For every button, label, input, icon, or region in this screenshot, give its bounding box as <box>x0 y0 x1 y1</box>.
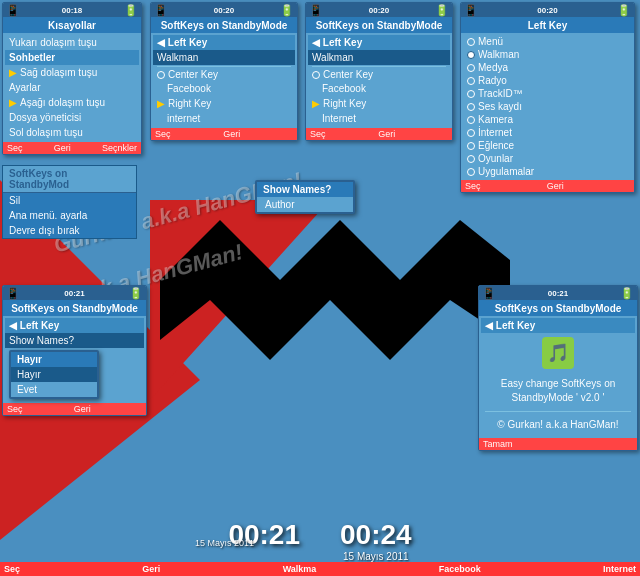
radio-eglence[interactable]: Eğlence <box>463 139 632 152</box>
footer-geri-5[interactable]: Geri <box>74 404 91 414</box>
panel2-header: SoftKeys on StandbyMode <box>151 17 297 33</box>
radio-centerkey-3[interactable]: Center Key <box>308 68 450 81</box>
copyright-text: © Gurkan! a.k.a HanGMan! <box>481 414 635 436</box>
zigzag-svg <box>160 220 510 420</box>
status-bar-3: 📱 00:20 🔋 <box>306 3 452 17</box>
panel1-title: Kısayollar <box>7 20 137 31</box>
list-item-fb-2[interactable]: Facebook <box>153 81 295 96</box>
panel-softkeys-2: 📱 00:20 🔋 SoftKeys on StandbyMode ◀ Left… <box>150 2 298 141</box>
bottom-walkma[interactable]: Walkma <box>283 564 317 574</box>
radio-walkman[interactable]: Walkman <box>463 48 632 61</box>
time-4: 00:20 <box>537 6 557 15</box>
radio-c-menu <box>467 38 475 46</box>
context-item-sil[interactable]: Sil <box>3 193 136 208</box>
time-1: 00:18 <box>62 6 82 15</box>
battery-3: 🔋 <box>435 4 449 17</box>
context-item-devre[interactable]: Devre dışı bırak <box>3 223 136 238</box>
show-names-label-5: Show Names? <box>5 333 144 348</box>
panel-softkeys-3: 📱 00:20 🔋 SoftKeys on StandbyMode ◀ Left… <box>305 2 453 141</box>
radio-c-walkman <box>467 51 475 59</box>
hayir-evet-dialog: Hayır Hayır Evet <box>9 350 99 399</box>
context-menu[interactable]: SoftKeys on StandbyMod Sil Ana menü. aya… <box>2 165 137 239</box>
radio-kamera[interactable]: Kamera <box>463 113 632 126</box>
radio-uygulamalar[interactable]: Uygulamalar <box>463 165 632 178</box>
radio-medya[interactable]: Medya <box>463 61 632 74</box>
bottom-internet[interactable]: Internet <box>603 564 636 574</box>
status-bar-2: 📱 00:20 🔋 <box>151 3 297 17</box>
panel5-footer: Seç Geri <box>3 403 146 415</box>
status-bar-1: 📱 00:18 🔋 <box>3 3 141 17</box>
radio-trackid[interactable]: TrackID™ <box>463 87 632 100</box>
list-item[interactable]: Ayarlar <box>5 80 139 95</box>
list-item[interactable]: Yukarı dolaşım tuşu <box>5 35 139 50</box>
list-item[interactable]: ▶Aşağı dolaşım tuşu <box>5 95 139 110</box>
footer-tamam[interactable]: Tamam <box>483 439 513 449</box>
section-leftkey-3: ◀ Left Key <box>308 35 450 50</box>
list-item[interactable]: Dosya yöneticisi <box>5 110 139 125</box>
battery-1: 🔋 <box>124 4 138 17</box>
panel1-header: Kısayollar <box>3 17 141 33</box>
panel-about: 📱 00:21 🔋 SoftKeys on StandbyMode ◀ Left… <box>478 285 638 451</box>
phone-icon-4: 📱 <box>464 4 478 17</box>
panel1-body: Yukarı dolaşım tuşu Sohbetler ▶Sağ dolaş… <box>3 33 141 142</box>
phone-icon-5: 📱 <box>6 287 20 300</box>
bottom-bar: Seç Geri Walkma Facebook Internet <box>0 562 640 576</box>
footer-sec-3[interactable]: Seç <box>310 129 326 139</box>
footer-sec-5[interactable]: Seç <box>7 404 23 414</box>
evet-item[interactable]: Evet <box>11 382 97 397</box>
radio-c-oyunlar <box>467 155 475 163</box>
panel3-title: SoftKeys on StandbyMode <box>310 20 448 31</box>
radio-oyunlar[interactable]: Oyunlar <box>463 152 632 165</box>
list-item-internet-2[interactable]: internet <box>153 111 295 126</box>
battery-4: 🔋 <box>617 4 631 17</box>
footer-geri-4[interactable]: Geri <box>547 181 564 191</box>
footer-secnkler[interactable]: Seçnkler <box>102 143 137 153</box>
app-icon: 🎵 <box>542 337 574 369</box>
radio-ses[interactable]: Ses kaydı <box>463 100 632 113</box>
radio-radyo[interactable]: Radyo <box>463 74 632 87</box>
footer-geri[interactable]: Geri <box>54 143 71 153</box>
radio-centerkey-2[interactable]: Center Key <box>153 68 295 81</box>
context-menu-title: SoftKeys on StandbyMod <box>3 166 136 193</box>
list-item-rightkey-3[interactable]: ▶Right Key <box>308 96 450 111</box>
phone-icon-3: 📱 <box>309 4 323 17</box>
panel3-footer: Seç Geri <box>306 128 452 140</box>
list-item-internet-3[interactable]: Internet <box>308 111 450 126</box>
panel5-body: ◀ Left Key Show Names? Hayır Hayır Evet <box>3 316 146 403</box>
time-3: 00:20 <box>369 6 389 15</box>
hayir-item[interactable]: Hayır <box>11 367 97 382</box>
radio-circle <box>157 71 165 79</box>
show-names-value[interactable]: Author <box>257 197 353 212</box>
radio-c-internet <box>467 129 475 137</box>
radio-c-kamera <box>467 116 475 124</box>
list-item-fb-3[interactable]: Facebook <box>308 81 450 96</box>
phone-icon-2: 📱 <box>154 4 168 17</box>
footer-sec[interactable]: Seç <box>7 143 23 153</box>
panel-kisayollar: 📱 00:18 🔋 Kısayollar Yukarı dolaşım tuşu… <box>2 2 142 155</box>
panel2-title: SoftKeys on StandbyMode <box>155 20 293 31</box>
list-item-walkman-3[interactable]: Walkman <box>308 50 450 65</box>
context-item-ana[interactable]: Ana menü. ayarla <box>3 208 136 223</box>
footer-geri-3[interactable]: Geri <box>378 129 395 139</box>
panel4-header: Left Key <box>461 17 634 33</box>
footer-sec-4[interactable]: Seç <box>465 181 481 191</box>
section-sohbetler: Sohbetler <box>5 50 139 65</box>
panel6-body: ◀ Left Key 🎵 Easy change SoftKeys on Sta… <box>479 316 637 438</box>
section-leftkey-5: ◀ Left Key <box>5 318 144 333</box>
footer-sec-2[interactable]: Seç <box>155 129 171 139</box>
radio-internet[interactable]: İnternet <box>463 126 632 139</box>
list-item-rightkey-2[interactable]: ▶Right Key <box>153 96 295 111</box>
radio-menu[interactable]: Menü <box>463 35 632 48</box>
bottom-facebook[interactable]: Facebook <box>439 564 481 574</box>
list-item-walkman-2[interactable]: Walkman <box>153 50 295 65</box>
footer-geri-2[interactable]: Geri <box>223 129 240 139</box>
bottom-geri[interactable]: Geri <box>142 564 160 574</box>
panel4-title: Left Key <box>465 20 630 31</box>
list-item[interactable]: ▶Sağ dolaşım tuşu <box>5 65 139 80</box>
radio-circle-3 <box>312 71 320 79</box>
list-item[interactable]: Sol dolaşım tuşu <box>5 125 139 140</box>
bottom-sec[interactable]: Seç <box>4 564 20 574</box>
show-names-title: Show Names? <box>257 182 353 197</box>
time-2: 00:20 <box>214 6 234 15</box>
date-1: 15 Mayıs 2011 <box>195 538 254 548</box>
